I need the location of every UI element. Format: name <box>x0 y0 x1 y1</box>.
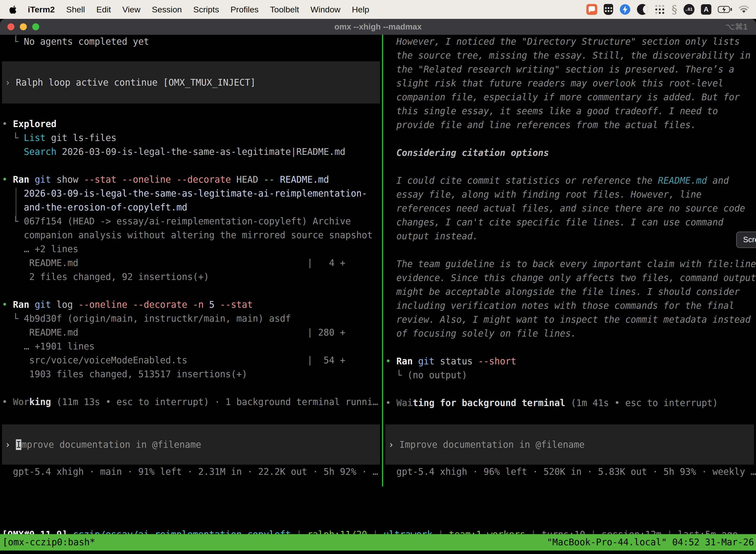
menu-item-help[interactable]: Help <box>352 5 369 14</box>
text-segment: changes, I can't cite specific file line… <box>385 217 723 228</box>
text-segment: └ <box>385 370 407 381</box>
text-segment: └ <box>2 36 24 47</box>
terminal-line: essay file, along with finding root file… <box>385 188 756 202</box>
text-cursor: I <box>16 439 21 450</box>
dots-grid-icon[interactable] <box>654 4 665 15</box>
terminal-line: Considering citation options <box>385 146 756 160</box>
text-segment: └ <box>2 216 24 227</box>
menu-item-view[interactable]: View <box>122 5 140 14</box>
squiggle-icon[interactable]: § <box>672 3 677 16</box>
bolt-badge-icon[interactable] <box>620 4 630 15</box>
text-segment: this single essay, it seems like a good … <box>385 106 718 116</box>
battery-charging-icon[interactable] <box>718 6 732 13</box>
terminal-line: companion file, especially if more comme… <box>385 90 756 104</box>
ralph-input[interactable]: › Ralph loop active continue [OMX_TMUX_I… <box>2 61 380 104</box>
menu-item-edit[interactable]: Edit <box>97 5 111 14</box>
text-segment: gpt-5.4 xhigh · 96% left · 520K in · 5.8… <box>385 466 756 477</box>
text-segment: and-the-erosion-of-copyleft.md <box>2 202 187 213</box>
apple-menu-icon[interactable] <box>9 5 17 14</box>
terminal-line: README.md | 280 + <box>2 326 382 340</box>
text-segment: show <box>51 174 84 185</box>
text-segment: Ran <box>13 299 29 310</box>
text-segment: 2026-03-09-is-legal-the-same-as-legitima… <box>2 188 367 199</box>
battery-61-badge-icon[interactable]: ..61 <box>684 4 694 15</box>
prompt-chevron: › <box>388 439 399 450</box>
menu-items: iTerm2ShellEditViewSessionScriptsProfile… <box>28 5 369 14</box>
tmux-pane-divider[interactable] <box>382 35 383 487</box>
text-segment: git <box>35 174 51 185</box>
text-segment: • <box>385 398 396 408</box>
terminal-line: … +1901 lines <box>2 340 382 353</box>
terminal-line <box>385 340 756 354</box>
text-segment: Wai <box>396 398 413 408</box>
text-segment: • <box>2 119 13 129</box>
text-segment: review. Also, I might want to inspect th… <box>385 314 751 325</box>
text-segment: Explored <box>13 119 57 129</box>
terminal-line: review. Also, I might want to inspect th… <box>385 313 756 327</box>
text-segment: companion analysis without altering the … <box>2 230 373 240</box>
prompt-chevron: › <box>5 77 16 88</box>
text-segment: Search <box>24 147 57 157</box>
input-text: Ralph loop active continue [OMX_TMUX_INJ… <box>16 77 256 88</box>
terminal-line: slight risk that future readers may over… <box>385 76 756 90</box>
text-segment: Considering citation options <box>385 148 549 158</box>
right-prompt-input[interactable]: › Improve documentation in @filename <box>385 425 754 465</box>
window-title-bar: omx --xhigh --madmax ⌥⌘1 <box>0 19 756 35</box>
terminal-line: • Ran git show --stat --oneline --decora… <box>2 173 382 187</box>
menu-item-scripts[interactable]: Scripts <box>193 5 219 14</box>
menu-item-window[interactable]: Window <box>311 5 340 14</box>
menu-item-toolbelt[interactable]: Toolbelt <box>270 5 299 14</box>
text-segment: --oneline --decorate -n <box>78 299 204 310</box>
text-segment: git <box>35 299 51 310</box>
text-segment: the source tree, missing the essay. Stil… <box>385 50 751 61</box>
text-segment: List <box>24 132 46 143</box>
text-segment: HEAD <box>231 174 264 185</box>
crescent-circle-icon[interactable] <box>637 4 648 15</box>
text-segment: • <box>385 356 396 367</box>
prompt-chevron: › <box>5 439 16 450</box>
terminal-line: gpt-5.4 xhigh · main · 91% left · 2.31M … <box>2 465 382 479</box>
left-prompt-input[interactable]: › Improve documentation in @filename <box>2 425 380 465</box>
terminal-line <box>385 382 756 396</box>
menu-item-profiles[interactable]: Profiles <box>231 5 258 14</box>
text-segment: • <box>2 397 13 407</box>
text-segment: 4b9d30f (origin/main, instructkr/main, m… <box>24 313 291 324</box>
wifi-icon[interactable] <box>739 5 749 13</box>
text-segment: essay file, along with finding root file… <box>385 189 702 200</box>
tmux-host-time: "MacBook-Pro-44.local" 04:52 31-Mar-26 <box>547 534 756 551</box>
text-segment: gpt-5.4 xhigh · main · 91% left · 2.31M … <box>2 466 378 477</box>
tmux-status-bar: [omx-cczip0:bash* "MacBook-Pro-44.local"… <box>0 534 756 551</box>
window-title: omx --xhigh --madmax <box>0 19 756 35</box>
text-segment: The team guideline is to back every impo… <box>385 259 756 269</box>
menu-item-shell[interactable]: Shell <box>66 5 85 14</box>
terminal-line: gpt-5.4 xhigh · 96% left · 520K in · 5.8… <box>385 465 756 479</box>
menu-item-session[interactable]: Session <box>152 5 182 14</box>
terminal-line: 2026-03-09-is-legal-the-same-as-legitima… <box>2 187 382 201</box>
menu-item-iterm2[interactable]: iTerm2 <box>28 5 55 14</box>
dots-grid-shape <box>655 5 657 7</box>
shield-grid-icon[interactable] <box>604 4 613 15</box>
text-segment: ting for background terminal <box>413 398 565 408</box>
text-segment: No agents completed yet <box>24 36 149 47</box>
terminal-line: including verification notes with those … <box>385 299 756 313</box>
terminal-line: evidence. Since this change only affects… <box>385 271 756 285</box>
tmux-session-name[interactable]: [omx-cczip0:bash* <box>0 534 95 551</box>
text-segment: README.md <box>280 174 329 185</box>
text-segment: status <box>435 356 478 367</box>
text-segment: … +2 lines <box>2 244 78 255</box>
terminal-line: output instead. <box>385 229 756 243</box>
window-shortcut-badge: ⌥⌘1 <box>726 19 748 35</box>
terminal-line: └ 4b9d30f (origin/main, instructkr/main,… <box>2 312 382 326</box>
menubar-status-icons: § ..61 A <box>586 3 749 16</box>
input-source-icon[interactable]: A <box>701 4 711 15</box>
text-segment <box>29 174 35 185</box>
terminal-line: └ No agents completed yet <box>2 35 382 49</box>
terminal-line: └ 067f154 (HEAD -> essay/ai-reimplementa… <box>2 214 382 228</box>
chat-app-icon[interactable] <box>586 4 597 15</box>
text-segment: king <box>29 397 51 407</box>
terminal-line: the "Related research writing" section i… <box>385 63 756 76</box>
terminal-line: └ List git ls-files <box>2 131 382 145</box>
text-segment <box>2 147 24 157</box>
terminal-line: references need actual files, and since … <box>385 202 756 215</box>
terminal-line: • Waiting for background terminal (1m 41… <box>385 396 756 410</box>
